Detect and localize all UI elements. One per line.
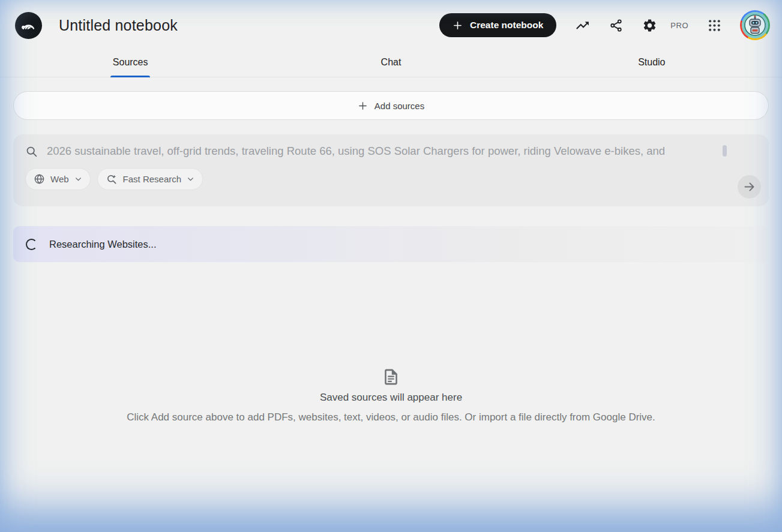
research-status-text: Researching Websites... [49,239,157,250]
plus-icon [358,101,368,111]
account-avatar[interactable] [740,10,770,40]
apps-grid-icon [707,18,722,33]
gear-icon [642,18,657,33]
chevron-down-icon [187,175,194,183]
active-tab-underline [110,76,150,77]
research-options-row: Web Fast Research [25,168,757,190]
tab-sources[interactable]: Sources [0,47,260,77]
share-button[interactable] [608,17,624,33]
source-selector-chip[interactable]: Web [25,168,91,190]
share-icon [609,19,623,32]
research-sparkle-icon [106,173,118,185]
add-sources-button[interactable]: Add sources [13,91,769,120]
tab-studio-label: Studio [638,57,665,68]
notebooklm-logo-icon [20,17,37,34]
notebook-title[interactable]: Untitled notebook [59,17,178,34]
notebooklm-logo[interactable] [15,12,42,39]
research-status-row: Researching Websites... [13,226,769,262]
create-notebook-label: Create notebook [470,20,543,31]
globe-icon [34,173,45,185]
empty-state-title: Saved sources will appear here [13,392,769,404]
header-actions: Create notebook PRO [439,10,770,40]
research-input-placeholder: 2026 sustainable travel, off-grid trends… [47,145,757,158]
research-query-input[interactable]: 2026 sustainable travel, off-grid trends… [25,145,757,158]
create-notebook-button[interactable]: Create notebook [439,13,556,37]
source-selector-value: Web [50,174,69,184]
document-icon [382,368,400,386]
tab-chat-label: Chat [381,57,402,68]
trending-up-icon [575,18,590,33]
tab-chat[interactable]: Chat [260,47,521,77]
research-mode-value: Fast Research [123,174,182,184]
add-sources-label: Add sources [374,101,424,111]
avatar-image [742,12,768,38]
empty-state-description: Click Add source above to add PDFs, webs… [13,411,769,423]
tab-studio[interactable]: Studio [522,47,782,77]
research-mode-chip[interactable]: Fast Research [97,168,203,190]
submit-research-button[interactable] [738,175,761,199]
robot-avatar-icon [742,12,768,38]
apps-grid-button[interactable] [706,17,722,33]
pro-badge: PRO [670,21,688,30]
app-header: Untitled notebook Create notebook PRO [0,0,782,47]
chevron-down-icon [74,175,82,183]
plus-icon [453,20,463,31]
sources-panel: Add sources 2026 sustainable travel, off… [0,77,782,423]
search-icon [25,145,38,158]
sources-empty-state: Saved sources will appear here Click Add… [13,368,769,423]
loading-spinner-icon [26,239,37,250]
tab-sources-label: Sources [113,57,148,68]
analytics-button[interactable] [574,17,590,33]
panel-tabbar: Sources Chat Studio [0,47,782,77]
input-scrollbar-thumb[interactable] [723,145,727,157]
settings-button[interactable] [642,17,657,33]
research-input-panel: 2026 sustainable travel, off-grid trends… [13,134,769,206]
arrow-right-icon [743,181,756,193]
